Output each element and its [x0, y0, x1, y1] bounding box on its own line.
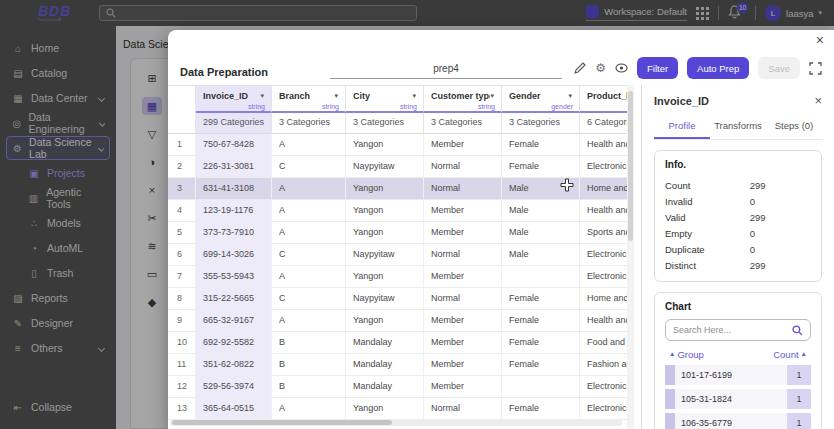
table-cell: Normal	[424, 398, 502, 419]
column-categories: 6 Categories	[580, 113, 627, 134]
table-cell: Yangon	[346, 222, 424, 243]
auto-prep-button[interactable]: Auto Prep	[687, 57, 749, 79]
info-label: Empty	[665, 228, 750, 239]
table-cell: Naypyitaw	[346, 156, 424, 177]
table-cell: Female	[502, 398, 580, 419]
modal-close-icon[interactable]: ×	[816, 33, 824, 47]
column-header-invoice_id[interactable]: Invoice_ID▾string	[196, 86, 272, 113]
table-cell: Naypyitaw	[346, 288, 424, 309]
chart-group-row[interactable]: 101-17-61991	[665, 365, 811, 385]
count-sort-icon[interactable]: ▲	[801, 350, 807, 360]
column-categories: 3 Categories	[502, 113, 580, 134]
table-cell: Mandalay	[346, 376, 424, 397]
column-dropdown-icon[interactable]: ▾	[568, 92, 572, 100]
tab-profile[interactable]: Profile	[654, 115, 710, 139]
column-name: Invoice_ID	[203, 91, 248, 101]
info-value: 0	[750, 228, 755, 239]
group-count-badge: 1	[787, 389, 811, 409]
table-cell: 750-67-8428	[196, 134, 272, 155]
grid-body: 1750-67-8428AYangonMemberFemaleHealth an…	[168, 134, 627, 420]
table-row[interactable]: 11351-62-0822BMandalayMemberFemaleFashio…	[168, 354, 627, 376]
table-cell: Normal	[424, 288, 502, 309]
column-header-customer-type[interactable]: Customer type▾string	[424, 86, 502, 113]
column-type-label: string	[248, 103, 265, 110]
column-header-city[interactable]: City▾string	[346, 86, 424, 113]
plus-cursor	[560, 178, 574, 192]
info-label: Valid	[665, 212, 750, 223]
info-rows: Count299Invalid0Valid299Empty0Duplicate0…	[665, 177, 811, 273]
settings-gear-icon[interactable]: ⚙	[595, 62, 606, 74]
column-categories: 3 Categories	[272, 113, 346, 134]
table-cell: C	[272, 156, 346, 177]
column-dropdown-icon[interactable]: ▾	[412, 92, 416, 100]
table-cell: Electronic acc	[580, 266, 627, 287]
vertical-scrollbar-thumb[interactable]	[628, 91, 633, 241]
table-row[interactable]: 2226-31-3081CNaypyitawNormalFemaleElectr…	[168, 156, 627, 178]
column-header-product_line[interactable]: Product_line▾string	[580, 86, 627, 113]
count-header[interactable]: Count	[773, 349, 798, 360]
chart-heading: Chart	[665, 301, 811, 312]
group-header[interactable]: Group	[677, 349, 703, 360]
vertical-scrollbar[interactable]	[627, 85, 634, 429]
info-row-count: Count299	[665, 177, 811, 193]
horizontal-scrollbar-thumb[interactable]	[172, 420, 392, 425]
table-cell: Member	[424, 266, 502, 287]
table-row[interactable]: 9665-32-9167AYangonMemberFemaleHealth an…	[168, 310, 627, 332]
table-row[interactable]: 13365-64-0515AYangonNormalFemaleElectron…	[168, 398, 627, 420]
group-sort-icon[interactable]: ▲	[669, 350, 675, 360]
table-cell: Electronic acc	[580, 376, 627, 397]
column-dropdown-icon[interactable]: ▾	[334, 92, 338, 100]
column-dropdown-icon[interactable]: ▾	[260, 92, 264, 100]
table-cell: Electronic acc	[580, 244, 627, 265]
column-categories: 299 Categories	[196, 113, 272, 134]
table-row[interactable]: 6699-14-3026CNaypyitawNormalMaleElectron…	[168, 244, 627, 266]
horizontal-scrollbar[interactable]	[170, 419, 622, 426]
tab-steps-0-[interactable]: Steps (0)	[766, 115, 822, 139]
save-button[interactable]: Save	[758, 57, 800, 79]
table-row[interactable]: 10692-92-5582BMandalayMemberFemaleFood a…	[168, 332, 627, 354]
tab-transforms[interactable]: Transforms	[710, 115, 766, 139]
info-row-invalid: Invalid0	[665, 193, 811, 209]
table-row[interactable]: 5373-73-7910AYangonMemberMaleSports and …	[168, 222, 627, 244]
chart-group-row[interactable]: 106-35-67791	[665, 413, 811, 429]
modal-title: Data Preparation	[180, 66, 268, 78]
column-header-gender[interactable]: Gender▾gender	[502, 86, 580, 113]
edit-pencil-icon[interactable]	[574, 62, 586, 74]
table-cell: 226-31-3081	[196, 156, 272, 177]
prep-name-input[interactable]	[330, 59, 562, 79]
table-cell: 8	[168, 288, 196, 309]
table-cell: Home and lifes	[580, 178, 627, 199]
table-cell: Mandalay	[346, 332, 424, 353]
table-cell: C	[272, 244, 346, 265]
table-row[interactable]: 1750-67-8428AYangonMemberFemaleHealth an…	[168, 134, 627, 156]
table-cell: 6	[168, 244, 196, 265]
column-header-branch[interactable]: Branch▾string	[272, 86, 346, 113]
group-count-badge: 1	[787, 413, 811, 429]
chart-search-input[interactable]: Search Here...	[665, 319, 811, 341]
panel-close-icon[interactable]: ×	[814, 94, 822, 107]
table-row[interactable]: 7355-53-5943AYangonMemberElectronic acc	[168, 266, 627, 288]
table-cell: 351-62-0822	[196, 354, 272, 375]
fullscreen-icon[interactable]	[809, 62, 822, 75]
panel-tabs: ProfileTransformsSteps (0)	[654, 115, 822, 140]
info-row-duplicate: Duplicate0	[665, 241, 811, 257]
grid-header-categories: 299 Categories3 Categories3 Categories3 …	[168, 113, 627, 134]
preview-eye-icon[interactable]	[615, 63, 628, 73]
table-cell: Normal	[424, 156, 502, 177]
table-row[interactable]: 3631-41-3108AYangonNormalMaleHome and li…	[168, 178, 627, 200]
group-value: 101-17-6199	[675, 370, 732, 380]
table-cell: B	[272, 354, 346, 375]
table-cell: Female	[502, 310, 580, 331]
table-cell: A	[272, 134, 346, 155]
filter-button[interactable]: Filter	[637, 57, 678, 79]
info-label: Duplicate	[665, 244, 750, 255]
chart-group-row[interactable]: 105-31-18241	[665, 389, 811, 409]
table-cell: Yangon	[346, 178, 424, 199]
table-cell	[502, 376, 580, 397]
column-dropdown-icon[interactable]: ▾	[490, 92, 494, 100]
table-cell: Mandalay	[346, 354, 424, 375]
table-row[interactable]: 4123-19-1176AYangonMemberMaleHealth and …	[168, 200, 627, 222]
table-row[interactable]: 12529-56-3974BMandalayMemberElectronic a…	[168, 376, 627, 398]
table-row[interactable]: 8315-22-5665CNaypyitawNormalFemaleHome a…	[168, 288, 627, 310]
info-heading: Info.	[665, 159, 811, 170]
